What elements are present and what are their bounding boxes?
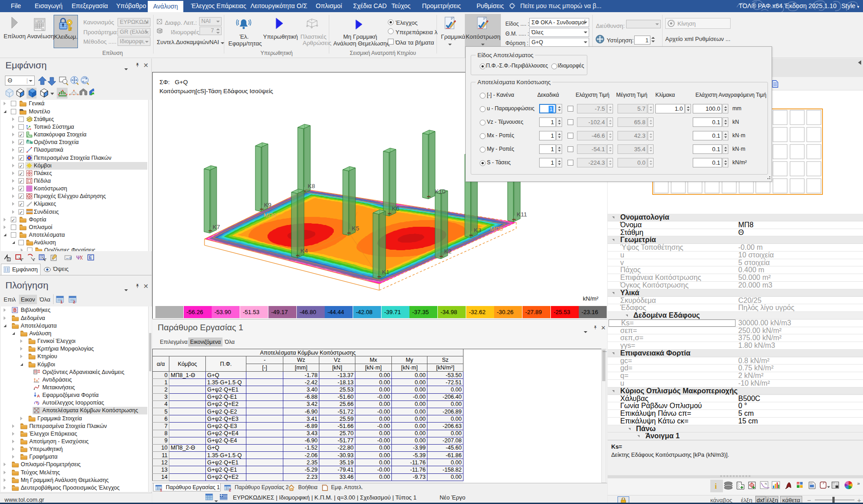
svg-text:K7: K7 — [213, 224, 220, 230]
svg-text:1: 1 — [60, 300, 63, 304]
svg-text:1: 1 — [160, 488, 162, 491]
svg-text:2: 2 — [73, 300, 75, 304]
svg-text:Ψ: Ψ — [76, 255, 81, 261]
svg-text:K1: K1 — [382, 269, 390, 275]
svg-text:2: 2 — [229, 488, 231, 491]
svg-text:K4: K4 — [300, 248, 308, 254]
svg-text:ΟΣ: ΟΣ — [797, 482, 800, 485]
svg-text:K6: K6 — [392, 205, 400, 212]
svg-text:»: » — [857, 481, 860, 486]
svg-text:K2: K2 — [444, 248, 452, 255]
svg-text:K8: K8 — [308, 183, 315, 189]
svg-text:K3: K3 — [474, 227, 481, 234]
svg-text:123: 123 — [37, 20, 42, 22]
svg-text:E: E — [89, 255, 92, 260]
svg-text:ΜΠ8: ΜΠ8 — [490, 225, 503, 232]
svg-text:K10: K10 — [435, 188, 445, 195]
svg-text:K9: K9 — [264, 202, 272, 208]
svg-text:↔d: ↔d — [65, 256, 72, 260]
svg-text:A: A — [37, 394, 40, 398]
svg-text:B: B — [14, 308, 17, 313]
svg-text:N: N — [765, 482, 767, 485]
svg-text:K5: K5 — [352, 225, 359, 232]
svg-text:K11: K11 — [517, 211, 527, 218]
svg-text:ΜΠ9: ΜΠ9 — [263, 212, 277, 219]
svg-text:+: + — [8, 258, 10, 262]
svg-text:i: i — [715, 482, 717, 490]
